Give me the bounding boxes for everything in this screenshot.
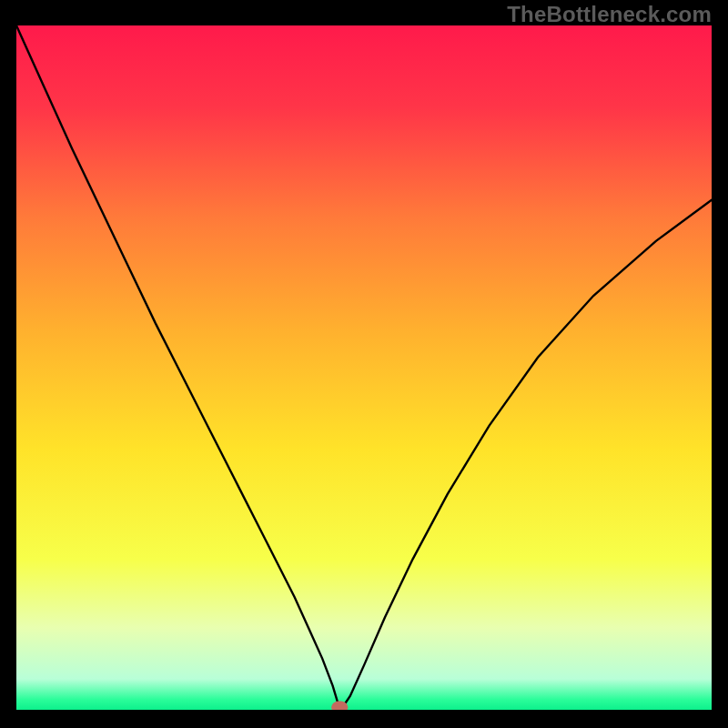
watermark-label: TheBottleneck.com	[507, 2, 712, 27]
chart-frame: TheBottleneck.com	[0, 0, 728, 728]
chart-svg	[16, 25, 712, 710]
plot-area	[16, 25, 712, 710]
gradient-background	[16, 25, 712, 710]
